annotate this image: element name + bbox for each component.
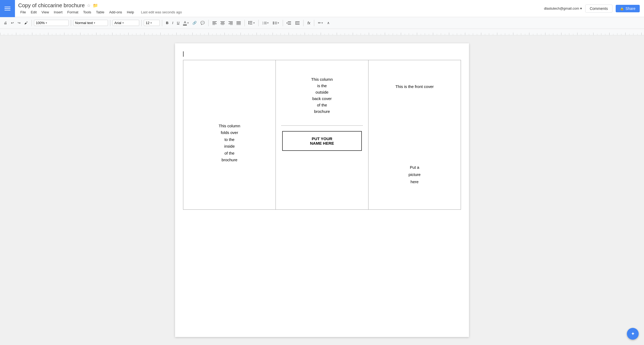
col1-text[interactable]: This columnfolds overto theinsideof theb… bbox=[219, 122, 240, 163]
indent-decrease-button[interactable] bbox=[285, 20, 293, 26]
front-cover-title[interactable]: This is the front cover bbox=[382, 74, 447, 89]
hamburger-menu[interactable] bbox=[5, 7, 10, 10]
indent-increase-button[interactable] bbox=[294, 20, 301, 26]
font-color-indicator: A bbox=[183, 20, 187, 25]
top-bar: Copy of chiccarine brochure ☆ 📁 File Edi… bbox=[0, 0, 644, 17]
menu-edit[interactable]: Edit bbox=[29, 10, 39, 15]
menu-format[interactable]: Format bbox=[65, 10, 80, 15]
align-right-button[interactable] bbox=[227, 20, 234, 26]
svg-marker-20 bbox=[249, 21, 249, 22]
print-button[interactable]: 🖨 bbox=[2, 20, 9, 26]
underline-button[interactable]: U bbox=[175, 20, 181, 26]
column-1-cell[interactable]: This columnfolds overto theinsideof theb… bbox=[183, 60, 276, 210]
svg-text:2.: 2. bbox=[262, 23, 264, 25]
toolbar-group-format: B I U A ▾ 🔗 💬 bbox=[164, 19, 206, 26]
collapse-toolbar-button[interactable]: ∧ bbox=[325, 20, 331, 26]
document-area[interactable]: This columnfolds overto theinsideof theb… bbox=[0, 35, 644, 345]
italic-button[interactable]: I bbox=[170, 20, 175, 26]
comments-button[interactable]: Comments bbox=[585, 5, 612, 13]
doc-title[interactable]: Copy of chiccarine brochure bbox=[18, 2, 85, 9]
font-color-button[interactable]: A ▾ bbox=[181, 19, 190, 26]
toolbar: 🖨 ↩ ↪ 🖌 100% ▾ Normal text ▾ Arial ▾ 12 … bbox=[0, 17, 644, 29]
align-justify-button[interactable] bbox=[235, 20, 242, 26]
paint-format-button[interactable]: 🖌 bbox=[23, 20, 29, 26]
lock-icon: 🔒 bbox=[620, 7, 624, 10]
col3-content: This is the front cover Put apicturehere bbox=[374, 66, 455, 193]
font-select[interactable]: Arial ▾ bbox=[112, 20, 139, 26]
sep9 bbox=[283, 20, 283, 26]
text-cursor bbox=[183, 51, 184, 57]
doc-title-row: Copy of chiccarine brochure ☆ 📁 bbox=[18, 2, 541, 9]
column-2-cell[interactable]: This columnis theoutsideback coverof the… bbox=[276, 60, 368, 210]
sep7 bbox=[245, 20, 245, 26]
menu-file[interactable]: File bbox=[18, 10, 28, 15]
col2-divider bbox=[281, 125, 363, 126]
star-icon[interactable]: ☆ bbox=[87, 3, 91, 8]
col1-content: This columnfolds overto theinsideof theb… bbox=[189, 66, 270, 204]
undo-button[interactable]: ↩ bbox=[9, 20, 15, 26]
col2-content: This columnis theoutsideback coverof the… bbox=[281, 66, 363, 154]
ruler bbox=[0, 29, 644, 35]
comment-inline-button[interactable]: 💬 bbox=[199, 20, 206, 26]
page: This columnfolds overto theinsideof theb… bbox=[175, 43, 469, 337]
bulleted-list-button[interactable]: ▾ bbox=[271, 20, 281, 26]
svg-rect-42 bbox=[0, 29, 644, 35]
brochure-table: This columnfolds overto theinsideof theb… bbox=[183, 60, 461, 210]
user-email[interactable]: dlastutech@gmail.com ▾ bbox=[544, 6, 582, 10]
svg-marker-37 bbox=[295, 22, 296, 24]
last-edit-status: Last edit was seconds ago bbox=[141, 10, 182, 15]
style-select[interactable]: Normal text ▾ bbox=[73, 20, 108, 26]
sep1 bbox=[32, 20, 32, 26]
link-button[interactable]: 🔗 bbox=[191, 20, 198, 26]
menu-tools[interactable]: Tools bbox=[81, 10, 93, 15]
sep10 bbox=[303, 20, 304, 26]
table-row: This columnfolds overto theinsideof theb… bbox=[183, 60, 461, 210]
ai-assistant-button[interactable]: ✦ bbox=[627, 328, 639, 340]
numbered-list-button[interactable]: 1.2. ▾ bbox=[261, 20, 270, 26]
app-icon[interactable] bbox=[0, 0, 15, 17]
put-picture-text[interactable]: Put apicturehere bbox=[382, 164, 447, 185]
menu-view[interactable]: View bbox=[39, 10, 51, 15]
sep4 bbox=[141, 20, 142, 26]
name-box[interactable]: PUT YOURNAME HERE bbox=[282, 131, 362, 151]
toolbar-group-align bbox=[211, 20, 242, 26]
sep11 bbox=[314, 20, 314, 26]
pen-tool-button[interactable]: ✏▾ bbox=[316, 20, 324, 26]
top-right-actions: dlastutech@gmail.com ▾ Comments 🔒 Share bbox=[544, 5, 644, 13]
title-area: Copy of chiccarine brochure ☆ 📁 File Edi… bbox=[15, 0, 544, 17]
sep5 bbox=[162, 20, 162, 26]
share-button[interactable]: 🔒 Share bbox=[616, 5, 640, 12]
menu-addons[interactable]: Add-ons bbox=[107, 10, 124, 15]
toolbar-group-file-ops: 🖨 ↩ ↪ 🖌 bbox=[2, 20, 29, 26]
sep3 bbox=[110, 20, 110, 26]
sep2 bbox=[71, 20, 71, 26]
menu-insert[interactable]: Insert bbox=[52, 10, 65, 15]
align-center-button[interactable] bbox=[219, 20, 226, 26]
font-size-select[interactable]: 12 ▾ bbox=[144, 20, 160, 26]
column-3-cell[interactable]: This is the front cover Put apicturehere bbox=[368, 60, 461, 210]
svg-marker-33 bbox=[287, 22, 288, 24]
redo-button[interactable]: ↪ bbox=[16, 20, 22, 26]
menu-bar: File Edit View Insert Format Tools Table… bbox=[18, 10, 541, 15]
line-spacing-button[interactable]: ▾ bbox=[247, 20, 256, 26]
svg-point-26 bbox=[273, 22, 274, 23]
bold-button[interactable]: B bbox=[164, 20, 170, 26]
formula-button[interactable]: fx bbox=[306, 20, 312, 26]
menu-help[interactable]: Help bbox=[125, 10, 136, 15]
sep6 bbox=[208, 20, 209, 26]
svg-point-28 bbox=[273, 23, 274, 24]
sep8 bbox=[258, 20, 259, 26]
menu-table[interactable]: Table bbox=[94, 10, 106, 15]
align-left-button[interactable] bbox=[211, 20, 218, 26]
col2-top-text[interactable]: This columnis theoutsideback coverof the… bbox=[281, 66, 363, 123]
folder-icon[interactable]: 📁 bbox=[93, 3, 98, 8]
zoom-select[interactable]: 100% ▾ bbox=[34, 20, 69, 26]
font-color-bar bbox=[183, 25, 187, 25]
svg-marker-21 bbox=[249, 24, 249, 25]
